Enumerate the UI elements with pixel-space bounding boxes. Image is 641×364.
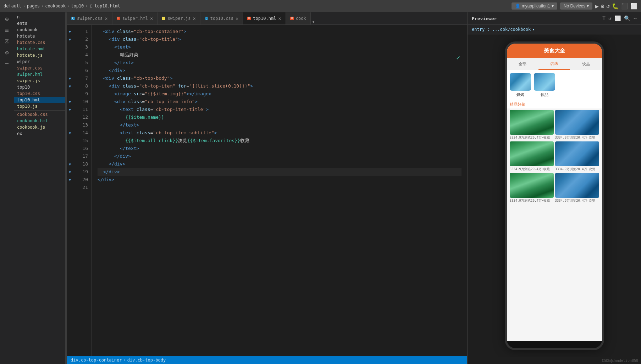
- code-line-4: 精品好菜: [98, 51, 462, 59]
- fold-2[interactable]: ▼: [67, 35, 73, 43]
- tree-file-hotcate-css[interactable]: hotcate.css: [14, 39, 65, 46]
- fold-19[interactable]: ▼: [67, 168, 73, 176]
- fold-13[interactable]: [67, 121, 73, 129]
- fold-14[interactable]: ▼: [67, 129, 73, 137]
- tree-file-cookbook-js[interactable]: cookbook.js: [14, 124, 65, 130]
- breadcrumb-top10[interactable]: top10: [71, 4, 84, 9]
- tab-close-swiper-hml[interactable]: ×: [150, 16, 153, 21]
- tree-file-swiper-css[interactable]: swiper.css: [14, 65, 65, 71]
- breadcrumb-cookbook[interactable]: cookbook: [45, 4, 66, 9]
- code-content[interactable]: <div class="cb-top-container"> <div clas…: [92, 25, 467, 356]
- tab-close-top10-css[interactable]: ×: [236, 16, 238, 21]
- fold-9[interactable]: [67, 90, 73, 98]
- more-options-icon[interactable]: ⋯: [634, 15, 637, 22]
- refresh-icon[interactable]: ↺: [606, 3, 610, 10]
- tree-file-top10-hml[interactable]: top10.hml: [14, 97, 65, 103]
- fold-12[interactable]: [67, 113, 73, 121]
- text-size-icon[interactable]: T: [602, 15, 606, 22]
- fold-20[interactable]: ▼: [67, 176, 73, 184]
- entry-dropdown-icon[interactable]: ▾: [532, 27, 535, 32]
- fold-18[interactable]: ▼: [67, 160, 73, 168]
- tree-file-hotcate-js[interactable]: hotcate.js: [14, 52, 65, 58]
- search-icon[interactable]: ≡: [5, 26, 9, 34]
- previewer-content: 美食大全 全部 烘烤 饮品: [468, 34, 641, 357]
- tab-top10-hml[interactable]: H top10.hml ×: [243, 12, 286, 24]
- tree-file-cookbook-hml[interactable]: cookbook.hml: [14, 118, 65, 124]
- tree-file-cookbook-css[interactable]: cookbook.css: [14, 111, 65, 118]
- tree-file-swiper-hml[interactable]: swiper.hml: [14, 71, 65, 78]
- stop-icon[interactable]: ⬛: [621, 3, 628, 10]
- phone-nav-drinks[interactable]: 饮品: [570, 58, 602, 70]
- fold-8[interactable]: ▼: [67, 82, 73, 90]
- phone-grid-text-1: 3334.9万浏览20.4万·收藏: [510, 135, 554, 140]
- fold-1[interactable]: ▼: [67, 28, 73, 35]
- tree-file-top10-css[interactable]: top10.css: [14, 90, 65, 97]
- toolbar-actions: ▶ ⚙ ↺ 🐛 ⬛ ⬜: [595, 3, 637, 10]
- refresh-previewer-icon[interactable]: ↺: [608, 15, 612, 22]
- phone-app-header: 美食大全: [507, 44, 602, 58]
- phone-grid-img-3: [510, 141, 554, 166]
- tree-item-ex[interactable]: ex: [14, 130, 65, 137]
- breadcrumb-default[interactable]: default: [4, 4, 22, 9]
- fold-21[interactable]: [67, 184, 73, 191]
- phone-cat-img-1: [510, 73, 531, 91]
- tab-swiper-js[interactable]: J swiper.js ×: [158, 12, 200, 24]
- phone-grid-text-2: 3334.9万浏览20.4万·次赞: [555, 135, 599, 140]
- phone-grid-item-4: 3334.9万浏览20.4万·次赞: [555, 141, 599, 172]
- status-crumb-1[interactable]: div.cb-top-container: [71, 358, 122, 363]
- previewer-entry: entry : ...ook/cookbook ▾: [468, 25, 641, 34]
- tree-folder-wiper[interactable]: wiper: [14, 58, 65, 65]
- fold-15[interactable]: [67, 137, 73, 145]
- tree-file-swiper-js[interactable]: swiper.js: [14, 78, 65, 84]
- terminal-icon[interactable]: ⬜: [630, 3, 637, 10]
- fold-3[interactable]: [67, 43, 73, 51]
- phone-nav-all[interactable]: 全部: [507, 58, 538, 70]
- hml-icon-3: H: [290, 17, 294, 20]
- collapse-icon[interactable]: −: [5, 60, 9, 67]
- fold-7[interactable]: ▼: [67, 74, 73, 82]
- tree-folder-cookbook[interactable]: cookbook: [14, 27, 65, 33]
- fold-4[interactable]: [67, 51, 73, 59]
- resize-icon[interactable]: ⬜: [614, 15, 621, 22]
- phone-grid-item-6: 3334.9万浏览20.4万·次赞: [555, 173, 599, 203]
- phone-nav-baking[interactable]: 烘烤: [538, 58, 570, 70]
- phone-grid-img-4: [555, 141, 599, 166]
- tree-folder-hotcate[interactable]: hotcate: [14, 33, 65, 39]
- status-crumb-2[interactable]: div.cb-top-body: [127, 358, 166, 363]
- tree-item-n[interactable]: n: [14, 14, 65, 20]
- tab-close-swiper-css[interactable]: ×: [105, 16, 107, 21]
- tab-swiper-hml[interactable]: H swiper.hml ×: [112, 12, 158, 24]
- fold-10[interactable]: ▼: [67, 98, 73, 106]
- run-icon[interactable]: ▶: [595, 3, 599, 10]
- tree-item-ents[interactable]: ents: [14, 20, 65, 27]
- fold-6[interactable]: [67, 67, 73, 74]
- tab-close-swiper-js[interactable]: ×: [193, 16, 195, 21]
- zoom-in-icon[interactable]: 🔍: [624, 15, 631, 22]
- profile-button[interactable]: 👤 myapplication1 ▾: [512, 2, 557, 10]
- tree-folder-top10[interactable]: top10: [14, 84, 65, 90]
- code-line-8: <div class="cb-top-item" for="{{list.sli…: [98, 82, 462, 90]
- phone-grid-item-5: 3334.9万浏览20.4万·收藏: [510, 173, 554, 203]
- breadcrumb-file[interactable]: top10.html: [95, 4, 120, 9]
- tab-top10-css[interactable]: C top10.css ×: [200, 12, 243, 24]
- tree-file-hotcate-hml[interactable]: hotcate.hml: [14, 46, 65, 52]
- debug-icon[interactable]: 🐛: [612, 3, 619, 10]
- explorer-icon[interactable]: ⊕: [5, 15, 9, 23]
- phone-screen: 美食大全 全部 烘烤 饮品: [507, 44, 602, 341]
- tab-close-top10-hml[interactable]: ×: [278, 16, 281, 21]
- tree-file-top10-js[interactable]: top10.js: [14, 103, 65, 110]
- fold-5[interactable]: [67, 59, 73, 67]
- top-right-actions: 👤 myapplication1 ▾ No Devices ▾ ▶ ⚙ ↺ 🐛 …: [512, 2, 637, 10]
- tabs-overflow-button[interactable]: ▾: [311, 19, 316, 24]
- fold-11[interactable]: ▼: [67, 106, 73, 113]
- filter-icon[interactable]: ⧖: [5, 37, 9, 45]
- tab-cook[interactable]: H cook: [286, 12, 311, 24]
- fold-17[interactable]: [67, 152, 73, 160]
- code-line-18: </div>: [98, 152, 462, 160]
- fold-16[interactable]: [67, 145, 73, 152]
- gear-sidebar-icon[interactable]: ⚙: [5, 49, 9, 56]
- tab-swiper-css[interactable]: C swiper.css ×: [67, 12, 112, 24]
- settings-icon[interactable]: ⚙: [601, 3, 604, 10]
- device-button[interactable]: No Devices ▾: [560, 2, 592, 10]
- breadcrumb-pages[interactable]: pages: [27, 4, 40, 9]
